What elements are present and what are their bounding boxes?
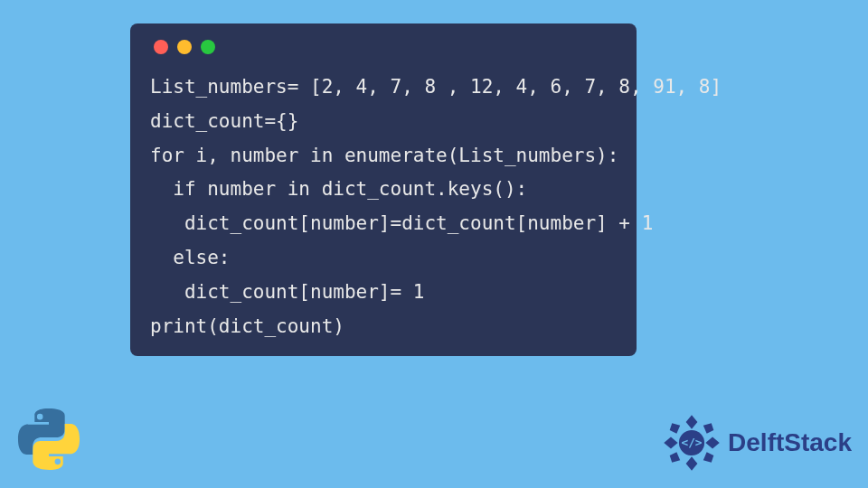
code-line: if number in dict_count.keys():	[150, 178, 527, 200]
svg-marker-5	[703, 423, 714, 434]
svg-marker-3	[705, 437, 719, 449]
python-logo-icon	[16, 407, 81, 472]
delftstack-badge: </> DelftStack	[663, 414, 852, 472]
delftstack-logo-icon: </>	[663, 414, 721, 472]
code-line: for i, number in enumerate(List_numbers)…	[150, 145, 618, 166]
svg-marker-4	[670, 423, 681, 434]
svg-marker-0	[686, 415, 698, 428]
code-line: else:	[150, 247, 231, 268]
window-traffic-lights	[154, 40, 617, 54]
code-body: List_numbers= [2, 4, 7, 8 , 12, 4, 6, 7,…	[150, 70, 617, 343]
svg-marker-1	[686, 456, 698, 470]
code-line: dict_count={}	[150, 110, 298, 132]
svg-marker-2	[664, 437, 677, 449]
code-line: List_numbers= [2, 4, 7, 8 , 12, 4, 6, 7,…	[150, 76, 722, 98]
code-line: print(dict_count)	[150, 315, 344, 337]
close-icon	[154, 40, 168, 54]
svg-marker-7	[703, 452, 714, 463]
svg-marker-6	[670, 452, 681, 463]
svg-text:</>: </>	[682, 436, 703, 449]
code-line: dict_count[number]=dict_count[number] + …	[150, 212, 653, 234]
maximize-icon	[201, 40, 215, 54]
code-window: List_numbers= [2, 4, 7, 8 , 12, 4, 6, 7,…	[130, 23, 637, 356]
brand-name: DelftStack	[728, 428, 852, 457]
minimize-icon	[177, 40, 192, 54]
code-line: dict_count[number]= 1	[150, 281, 424, 303]
